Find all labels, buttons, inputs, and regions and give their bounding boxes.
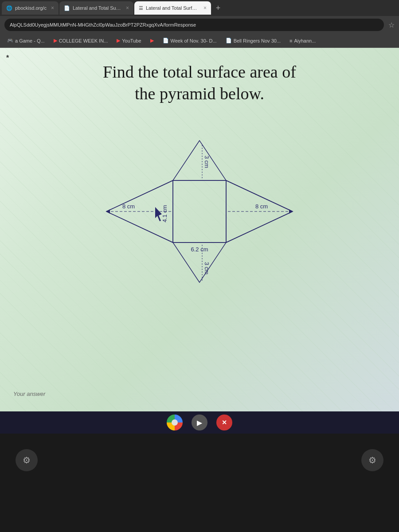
dim-base-label: 6.2 cm bbox=[191, 246, 208, 253]
bookmark-game-icon: 🎮 bbox=[7, 38, 13, 43]
tab-1-label: pbockisd.org/c bbox=[15, 5, 47, 11]
tab-1[interactable]: 🌐 pbockisd.org/c × bbox=[2, 1, 59, 15]
question-line2: the pyramid below. bbox=[135, 84, 264, 103]
bookmark-youtube-label: YouTube bbox=[122, 38, 141, 43]
bookmark-college-label: COLLEGE WEEK IN... bbox=[59, 38, 108, 43]
bookmark-star[interactable]: ☆ bbox=[388, 21, 395, 29]
question-text: Find the total surface area of the pyram… bbox=[103, 61, 296, 105]
dim-right-label: 8 cm bbox=[255, 203, 268, 210]
bottom-left-area: ⚙ bbox=[9, 442, 44, 478]
tab-1-icon: 🌐 bbox=[6, 5, 12, 11]
bookmark-aiyhann[interactable]: ≡ Aiyhann... bbox=[286, 37, 319, 45]
bookmark-play-icon: ▶ bbox=[150, 38, 154, 43]
tab-2-close[interactable]: × bbox=[126, 5, 129, 11]
pyramid-diagram: 3 cm 3 cm 8 cm 8 cm 4.1 cm 6.2 cm bbox=[84, 114, 315, 300]
tab-1-close[interactable]: × bbox=[51, 5, 54, 11]
bookmark-game-label: a Game - Q... bbox=[15, 38, 45, 43]
chrome-taskbar-icon[interactable] bbox=[167, 415, 183, 430]
dim-bottom-label: 3 cm bbox=[203, 262, 210, 274]
bottom-icon-left: ⚙ bbox=[16, 449, 38, 471]
bookmark-week-label: Week of Nov. 30- D... bbox=[171, 38, 217, 43]
tab-3[interactable]: ☰ Lateral and Total Surface Area × bbox=[134, 1, 211, 15]
tab-2-icon: 📄 bbox=[64, 5, 70, 11]
dim-height-label: 4.1 cm bbox=[161, 205, 168, 222]
tab-3-label: Lateral and Total Surface Area bbox=[146, 5, 199, 11]
bookmark-play[interactable]: ▶ bbox=[147, 36, 157, 45]
bookmarks-bar: 🎮 a Game - Q... ▶ COLLEGE WEEK IN... ▶ Y… bbox=[0, 34, 399, 48]
bookmark-youtube-icon: ▶ bbox=[117, 38, 120, 43]
play-taskbar-icon[interactable]: ▶ bbox=[192, 415, 207, 430]
required-asterisk: * bbox=[6, 54, 9, 62]
bookmark-bell-label: Bell Ringers Nov 30... bbox=[234, 38, 281, 43]
right-arrow bbox=[289, 209, 293, 214]
tab-2-label: Lateral and Total Surface area bbox=[73, 5, 121, 11]
bookmark-aiyhann-label: Aiyhann... bbox=[294, 38, 316, 43]
content-area: * Find the total surface area of the pyr… bbox=[0, 48, 399, 411]
bottom-icon-right: ⚙ bbox=[361, 449, 383, 471]
dim-left-label: 8 cm bbox=[122, 203, 135, 210]
x-taskbar-icon[interactable]: ✕ bbox=[216, 415, 232, 430]
top-triangle bbox=[173, 141, 226, 180]
bookmark-game[interactable]: 🎮 a Game - Q... bbox=[4, 36, 48, 45]
diagonal-br bbox=[226, 211, 293, 243]
address-text: AlpQLSdd0UyegjsMMUtMPnN-MHGthZcl0pWauJzo… bbox=[10, 22, 196, 27]
tab-2[interactable]: 📄 Lateral and Total Surface area × bbox=[59, 1, 133, 15]
bookmark-week[interactable]: 📄 Week of Nov. 30- D... bbox=[159, 36, 220, 45]
tab-bar: 🌐 pbockisd.org/c × 📄 Lateral and Total S… bbox=[0, 0, 399, 16]
pyramid-svg: 3 cm 3 cm 8 cm 8 cm 4.1 cm 6.2 cm bbox=[84, 114, 315, 300]
address-bar[interactable]: AlpQLSdd0UyegjsMMUtMPnN-MHGthZcl0pWauJzo… bbox=[4, 19, 384, 31]
question-line1: Find the total surface area of bbox=[103, 63, 296, 81]
tab-3-close[interactable]: × bbox=[203, 5, 207, 11]
bookmark-college-week[interactable]: ▶ COLLEGE WEEK IN... bbox=[50, 36, 112, 45]
laptop-body: ⚙ ⚙ bbox=[0, 434, 399, 532]
bookmark-bell[interactable]: 📄 Bell Ringers Nov 30... bbox=[222, 36, 284, 45]
taskbar: ▶ ✕ bbox=[0, 411, 399, 434]
form-page: * Find the total surface area of the pyr… bbox=[0, 48, 399, 411]
browser-frame: 🌐 pbockisd.org/c × 📄 Lateral and Total S… bbox=[0, 0, 399, 48]
tab-3-icon: ☰ bbox=[139, 5, 143, 11]
left-arrow bbox=[106, 209, 110, 214]
bookmark-week-icon: 📄 bbox=[163, 38, 169, 43]
new-tab-button[interactable]: + bbox=[212, 2, 224, 14]
your-answer-label: Your answer bbox=[13, 391, 45, 397]
bookmark-bell-icon: 📄 bbox=[226, 38, 232, 43]
bookmark-youtube[interactable]: ▶ YouTube bbox=[113, 36, 145, 45]
bookmark-aiyhann-icon: ≡ bbox=[289, 38, 292, 43]
bookmark-college-icon: ▶ bbox=[54, 38, 57, 43]
bottom-right-area: ⚙ bbox=[355, 442, 390, 478]
cursor-arrow bbox=[155, 207, 162, 221]
central-square bbox=[173, 180, 226, 243]
address-bar-row: AlpQLSdd0UyegjsMMUtMPnN-MHGthZcl0pWauJzo… bbox=[0, 16, 399, 34]
dim-top-label: 3 cm bbox=[203, 156, 210, 168]
